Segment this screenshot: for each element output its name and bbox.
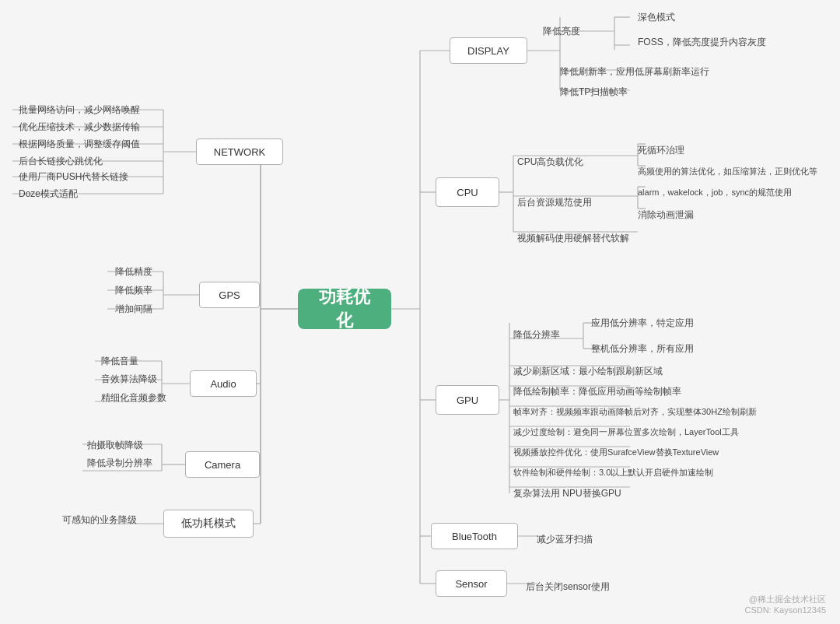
leaf-audio2: 音效算法降级 — [101, 373, 157, 386]
leaf-cpu2-2: 消除动画泄漏 — [638, 209, 694, 222]
leaf-camera1: 拍摄取帧降级 — [87, 439, 143, 452]
leaf-display3: 降低TP扫描帧率 — [560, 86, 628, 99]
leaf-gpu6: 视频播放控件优化：使用SurafceView替换TextureView — [513, 447, 719, 458]
leaf-sensor1: 后台关闭sensor使用 — [526, 580, 610, 594]
leaf-cpu3: 视频解码使用硬解替代软解 — [517, 232, 629, 245]
watermark: @稀土掘金技术社区 CSDN: Kayson12345 — [744, 594, 826, 615]
leaf-display1: 降低亮度 — [543, 25, 580, 38]
leaf-lowpower1: 可感知的业务降级 — [62, 514, 137, 527]
leaf-bluetooth1: 减少蓝牙扫描 — [537, 533, 593, 546]
leaf-gps2: 降低频率 — [115, 284, 152, 297]
leaf-audio3: 精细化音频参数 — [101, 391, 166, 405]
leaf-network2: 优化压缩技术，减少数据传输 — [19, 121, 140, 134]
leaf-network3: 根据网络质量，调整缓存阈值 — [19, 138, 140, 151]
leaf-gpu1-2: 整机低分辨率，所有应用 — [591, 342, 694, 356]
mindmap: 功耗优化 DISPLAY CPU GPU BlueTooth Sensor NE… — [0, 0, 840, 624]
leaf-network1: 批量网络访问，减少网络唤醒 — [19, 103, 140, 117]
node-network: NETWORK — [196, 138, 283, 165]
node-cpu: CPU — [436, 177, 499, 207]
leaf-gpu1: 降低分辨率 — [513, 328, 560, 342]
center-node: 功耗优化 — [298, 289, 391, 329]
leaf-gpu5: 减少过度绘制：避免同一屏幕位置多次绘制，LayerTool工具 — [513, 426, 739, 438]
leaf-gpu8: 复杂算法用 NPU替换GPU — [513, 487, 621, 500]
leaf-gps1: 降低精度 — [115, 265, 152, 279]
node-audio: Audio — [190, 370, 257, 397]
leaf-network6: Doze模式适配 — [19, 188, 78, 201]
leaf-cpu2: 后台资源规范使用 — [517, 196, 592, 209]
leaf-gps3: 增加间隔 — [115, 303, 152, 316]
leaf-cpu1: CPU高负载优化 — [517, 156, 583, 169]
node-camera: Camera — [185, 451, 260, 478]
node-gps: GPS — [199, 282, 260, 308]
leaf-audio1: 降低音量 — [101, 355, 138, 368]
leaf-cpu1-2: 高频使用的算法优化，如压缩算法，正则优化等 — [638, 166, 817, 177]
leaf-network4: 后台长链接心跳优化 — [19, 155, 103, 168]
leaf-cpu1-1: 死循环治理 — [638, 144, 684, 157]
leaf-gpu2: 减少刷新区域：最小绘制跟刷新区域 — [513, 366, 663, 377]
node-lowpower: 低功耗模式 — [163, 510, 254, 538]
leaf-display1-2: FOSS，降低亮度提升内容灰度 — [638, 36, 766, 49]
leaf-gpu1-1: 应用低分辨率，特定应用 — [591, 317, 694, 330]
leaf-gpu7: 软件绘制和硬件绘制：3.0以上默认开启硬件加速绘制 — [513, 467, 713, 479]
node-sensor: Sensor — [436, 570, 507, 597]
leaf-gpu4: 帧率对齐：视频频率跟动画降帧后对齐，实现整体30HZ绘制刷新 — [513, 406, 757, 418]
leaf-network5: 使用厂商PUSH代替长链接 — [19, 170, 128, 184]
leaf-camera2: 降低录制分辨率 — [87, 457, 152, 470]
leaf-cpu2-1: alarm，wakelock，job，sync的规范使用 — [638, 187, 792, 198]
node-gpu: GPU — [436, 385, 499, 415]
node-bluetooth: BlueTooth — [431, 523, 518, 549]
leaf-gpu3: 降低绘制帧率：降低应用动画等绘制帧率 — [513, 386, 681, 398]
node-display: DISPLAY — [450, 37, 527, 64]
leaf-display1-1: 深色模式 — [638, 11, 675, 24]
leaf-display2: 降低刷新率，应用低屏幕刷新率运行 — [560, 65, 709, 79]
